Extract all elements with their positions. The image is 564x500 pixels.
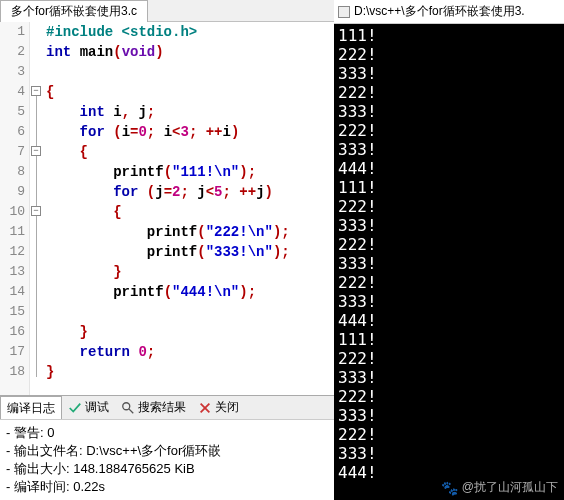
code-line[interactable]: printf("111!\n"); (46, 162, 334, 182)
editor-tab-bar: 多个for循环嵌套使用3.c (0, 0, 334, 22)
log-body: - 警告: 0 - 输出文件名: D:\vsc++\多个for循环嵌 - 输出大… (0, 420, 334, 500)
console-title-bar[interactable]: D:\vsc++\多个for循环嵌套使用3. (334, 0, 564, 24)
fold-column[interactable]: −−− (30, 22, 44, 395)
console-pane: D:\vsc++\多个for循环嵌套使用3. 111! 222! 333! 22… (334, 0, 564, 500)
console-output: 111! 222! 333! 222! 333! 222! 333! 444! … (334, 24, 564, 500)
tab-compile-log[interactable]: 编译日志 (0, 396, 62, 419)
code-line[interactable]: return 0; (46, 342, 334, 362)
search-icon (121, 401, 135, 415)
code-line[interactable] (46, 62, 334, 82)
code-line[interactable]: printf("333!\n"); (46, 242, 334, 262)
code-lines[interactable]: #include <stdio.h>int main(void) { int i… (44, 22, 334, 395)
code-line[interactable]: printf("222!\n"); (46, 222, 334, 242)
log-compile-time: - 编译时间: 0.22s (6, 478, 328, 496)
code-line[interactable]: } (46, 322, 334, 342)
check-icon (68, 401, 82, 415)
close-icon (198, 401, 212, 415)
code-line[interactable]: for (i=0; i<3; ++i) (46, 122, 334, 142)
tab-search-label: 搜索结果 (138, 399, 186, 416)
code-line[interactable]: { (46, 82, 334, 102)
code-line[interactable] (46, 302, 334, 322)
paw-icon: 🐾 (441, 480, 458, 496)
code-line[interactable]: { (46, 142, 334, 162)
code-area[interactable]: 123456789101112131415161718 −−− #include… (0, 22, 334, 395)
bottom-panel: 编译日志 调试 搜索结果 关闭 - 警告: 0 - 输出文件名: D:\vsc+… (0, 395, 334, 500)
app-icon (338, 6, 350, 18)
bottom-tab-row: 编译日志 调试 搜索结果 关闭 (0, 396, 334, 420)
console-title-text: D:\vsc++\多个for循环嵌套使用3. (354, 3, 525, 20)
ide-pane: 多个for循环嵌套使用3.c 1234567891011121314151617… (0, 0, 334, 500)
fold-toggle[interactable]: − (31, 146, 41, 156)
watermark: 🐾 @扰了山河孤山下 (441, 479, 558, 496)
tab-debug[interactable]: 调试 (62, 396, 115, 419)
watermark-text: @扰了山河孤山下 (462, 479, 558, 496)
tab-debug-label: 调试 (85, 399, 109, 416)
tab-search-results[interactable]: 搜索结果 (115, 396, 192, 419)
svg-line-1 (129, 408, 133, 412)
code-line[interactable]: int i, j; (46, 102, 334, 122)
tab-close-label: 关闭 (215, 399, 239, 416)
code-line[interactable]: for (j=2; j<5; ++j) (46, 182, 334, 202)
fold-toggle[interactable]: − (31, 86, 41, 96)
code-line[interactable]: } (46, 262, 334, 282)
line-number-gutter: 123456789101112131415161718 (0, 22, 30, 395)
log-output-size: - 输出大小: 148.1884765625 KiB (6, 460, 328, 478)
svg-point-0 (123, 402, 130, 409)
code-line[interactable]: #include <stdio.h> (46, 22, 334, 42)
code-line[interactable]: } (46, 362, 334, 382)
code-line[interactable]: int main(void) (46, 42, 334, 62)
fold-toggle[interactable]: − (31, 206, 41, 216)
code-line[interactable]: { (46, 202, 334, 222)
code-line[interactable]: printf("444!\n"); (46, 282, 334, 302)
editor-tab[interactable]: 多个for循环嵌套使用3.c (0, 0, 148, 22)
log-warnings: - 警告: 0 (6, 424, 328, 442)
tab-close[interactable]: 关闭 (192, 396, 245, 419)
log-output-file: - 输出文件名: D:\vsc++\多个for循环嵌 (6, 442, 328, 460)
